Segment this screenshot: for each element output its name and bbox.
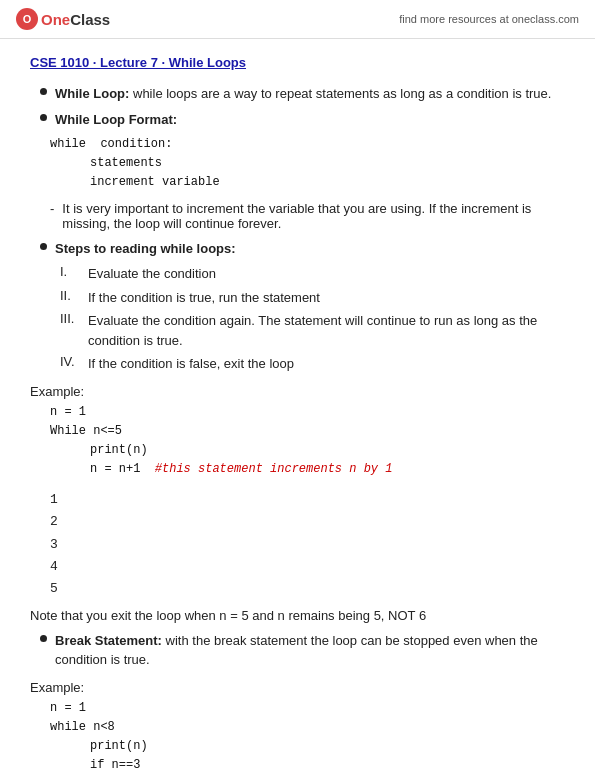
dash-icon: - [50, 201, 54, 216]
while-loop-format-header: While Loop Format: [30, 110, 565, 130]
example2-code: n = 1 while n<8 print(n) if n==3 break #… [50, 699, 565, 770]
step-num: IV. [60, 354, 88, 369]
example1-code: n = 1 While n<=5 print(n) n = n+1 #this … [50, 403, 565, 480]
code-line: n = 1 [50, 699, 565, 718]
code-line: n = 1 [50, 403, 565, 422]
page-title: CSE 1010 · Lecture 7 · While Loops [30, 55, 565, 70]
code-line-1: while condition: [50, 135, 565, 154]
steps-title: Steps to reading while loops: [55, 241, 236, 256]
step-text: If the condition is true, run the statem… [88, 288, 320, 308]
step-4: IV. If the condition is false, exit the … [60, 354, 565, 374]
example2: Example: n = 1 while n<8 print(n) if n==… [30, 680, 565, 770]
while-loop-def: While Loop: while loops are a way to rep… [30, 84, 565, 104]
code-line: n = n+1 #this statement increments n by … [90, 460, 565, 479]
bullet-icon [40, 243, 47, 250]
step-num: II. [60, 288, 88, 303]
format-code: while condition: statements increment va… [50, 135, 565, 193]
code-line-2: statements [90, 154, 565, 173]
dash-note: - It is very important to increment the … [50, 201, 565, 231]
example2-label: Example: [30, 680, 565, 695]
example1: Example: n = 1 While n<=5 print(n) n = n… [30, 384, 565, 480]
output-line: 4 [50, 556, 565, 578]
output-line: 1 [50, 489, 565, 511]
example1-label: Example: [30, 384, 565, 399]
code-line: print(n) [90, 441, 565, 460]
break-label: Break Statement: [55, 633, 162, 648]
output-line: 3 [50, 534, 565, 556]
code-line: while n<8 [50, 718, 565, 737]
code-line: While n<=5 [50, 422, 565, 441]
dash-text: It is very important to increment the va… [62, 201, 565, 231]
output1: 1 2 3 4 5 [50, 489, 565, 599]
header: O OneClass find more resources at onecla… [0, 0, 595, 39]
code-comment: #this statement increments n by 1 [155, 462, 393, 476]
step-text: Evaluate the condition [88, 264, 216, 284]
logo: O OneClass [16, 8, 110, 30]
bullet-icon [40, 114, 47, 121]
while-loop-text: while loops are a way to repeat statemen… [133, 86, 551, 101]
format-label: While Loop Format: [55, 112, 177, 127]
step-num: III. [60, 311, 88, 326]
step-num: I. [60, 264, 88, 279]
output-line: 2 [50, 511, 565, 533]
bullet-icon [40, 635, 47, 642]
step-text: Evaluate the condition again. The statem… [88, 311, 565, 350]
step-1: I. Evaluate the condition [60, 264, 565, 284]
step-2: II. If the condition is true, run the st… [60, 288, 565, 308]
code-line: print(n) [90, 737, 565, 756]
step-3: III. Evaluate the condition again. The s… [60, 311, 565, 350]
output-line: 5 [50, 578, 565, 600]
step-text: If the condition is false, exit the loop [88, 354, 294, 374]
code-line-3: increment variable [90, 173, 565, 192]
main-content: CSE 1010 · Lecture 7 · While Loops While… [0, 39, 595, 770]
steps-list: I. Evaluate the condition II. If the con… [60, 264, 565, 374]
note-text: Note that you exit the loop when n = 5 a… [30, 608, 565, 623]
header-tagline: find more resources at oneclass.com [399, 13, 579, 25]
logo-icon: O [16, 8, 38, 30]
bullet-icon [40, 88, 47, 95]
while-loop-label: While Loop: [55, 86, 129, 101]
break-statement: Break Statement: with the break statemen… [30, 631, 565, 670]
steps-header: Steps to reading while loops: [30, 239, 565, 259]
code-line: if n==3 [90, 756, 565, 770]
